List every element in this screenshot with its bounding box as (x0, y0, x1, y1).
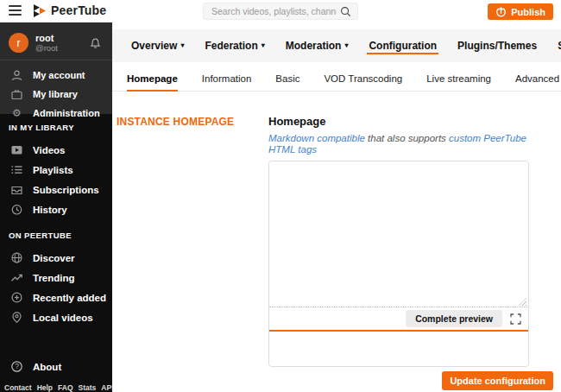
chevron-down-icon: ▾ (344, 42, 348, 49)
user-handle: @root (35, 43, 58, 53)
sidebar-item-local-videos[interactable]: Local videos (0, 307, 112, 327)
brand-title: PeerTube (51, 3, 106, 17)
divider (0, 60, 112, 60)
nav-label: Configuration (369, 40, 437, 52)
playlist-icon (10, 163, 23, 176)
maximize-editor-icon[interactable] (510, 313, 521, 325)
sidebar-item-discover[interactable]: Discover (0, 248, 112, 268)
question-circle-icon: ? (10, 360, 23, 373)
trending-icon (10, 271, 23, 284)
markdown-preview-pane (269, 330, 528, 366)
notifications-bell-icon[interactable] (89, 36, 102, 49)
nav-label: Plugins/Themes (457, 40, 537, 52)
nav-item-plugins-themes[interactable]: Plugins/Themes (456, 37, 539, 54)
peertube-admin-page: PeerTube Publish r (0, 0, 561, 392)
config-tabs: Homepage Information Basic VOD Transcodi… (112, 73, 561, 92)
publish-button[interactable]: Publish (488, 3, 553, 20)
markdown-editor: Complete preview (268, 161, 529, 367)
homepage-textarea[interactable] (269, 161, 528, 307)
sidebar-item-videos[interactable]: Videos (0, 140, 112, 160)
gear-icon: ⚙ (10, 107, 23, 120)
footer-link-api[interactable]: API (101, 383, 112, 392)
history-icon (10, 203, 23, 216)
hint-text: that also supports (365, 133, 449, 143)
sidebar-item-playlists[interactable]: Playlists (0, 160, 112, 180)
peertube-logo-icon (33, 4, 46, 17)
sidebar-item-label: Videos (33, 145, 66, 155)
top-header: PeerTube Publish (0, 0, 561, 22)
sidebar-item-label: Local videos (33, 313, 93, 323)
sidebar-item-trending[interactable]: Trending (0, 268, 112, 288)
homepage-config-form: INSTANCE HOMEPAGE Homepage Markdown comp… (112, 116, 561, 367)
chevron-down-icon: ▾ (180, 42, 184, 49)
search-icon[interactable] (337, 6, 357, 17)
nav-item-system[interactable]: System ▾ (556, 37, 561, 54)
sidebar-item-about[interactable]: ? About (0, 357, 112, 376)
avatar[interactable]: r (9, 33, 28, 53)
sidebar-item-administration[interactable]: ⚙ Administration (9, 104, 104, 123)
plus-circle-icon (10, 291, 23, 304)
footer-link-faq[interactable]: FAQ (58, 383, 72, 392)
sidebar-item-label: History (33, 205, 67, 215)
sidebar-item-my-account[interactable]: My account (9, 66, 104, 85)
nav-label: System (558, 40, 561, 52)
nav-item-federation[interactable]: Federation ▾ (203, 37, 266, 54)
nav-label: Overview (131, 40, 177, 52)
sidebar-footer-links: Contact Help FAQ Stats API (4, 383, 112, 392)
sidebar-item-label: Recently added (33, 293, 106, 303)
nav-item-configuration[interactable]: Configuration (367, 37, 438, 54)
brand-link[interactable]: PeerTube (33, 3, 106, 17)
sidebar-section-peertube: ON PEERTUBE Discover (0, 231, 112, 327)
search-input[interactable] (204, 3, 337, 19)
user-name[interactable]: root (35, 33, 58, 43)
section-label: INSTANCE HOMEPAGE (117, 116, 268, 128)
sidebar-item-label: Trending (33, 273, 75, 283)
tab-vod-transcoding[interactable]: VOD Transcoding (324, 73, 402, 91)
nav-label: Federation (205, 40, 257, 52)
markdown-compatible-link[interactable]: Markdown compatible (268, 133, 365, 143)
library-icon (10, 88, 23, 101)
nav-label: Moderation (286, 40, 342, 52)
nav-item-overview[interactable]: Overview ▾ (129, 37, 186, 54)
main-content: Overview ▾ Federation ▾ Moderation ▾ Con… (112, 22, 561, 392)
footer-link-stats[interactable]: Stats (79, 383, 97, 392)
field-label: Homepage (268, 116, 529, 128)
footer-link-help[interactable]: Help (37, 383, 53, 392)
globe-icon (10, 251, 23, 264)
admin-nav: Overview ▾ Federation ▾ Moderation ▾ Con… (112, 29, 561, 62)
sidebar-item-subscriptions[interactable]: Subscriptions (0, 180, 112, 199)
user-icon (10, 69, 23, 82)
sidebar-item-recently-added[interactable]: Recently added (0, 288, 112, 307)
sidebar-item-label: Administration (33, 108, 100, 118)
update-configuration-button[interactable]: Update configuration (442, 371, 553, 390)
footer-link-contact[interactable]: Contact (4, 383, 32, 392)
map-pin-icon (10, 311, 23, 324)
sidebar-item-label: Subscriptions (33, 185, 99, 195)
svg-text:?: ? (15, 362, 19, 370)
sidebar: r root @root (0, 22, 112, 392)
tab-homepage[interactable]: Homepage (127, 73, 178, 92)
sidebar-item-label: Discover (33, 253, 75, 263)
tab-advanced[interactable]: Advanced (515, 73, 559, 91)
sidebar-section-library: IN MY LIBRARY Videos (0, 123, 112, 219)
complete-preview-button[interactable]: Complete preview (406, 310, 502, 327)
sidebar-item-label: My account (33, 70, 85, 80)
nav-item-moderation[interactable]: Moderation ▾ (284, 37, 350, 54)
tab-basic[interactable]: Basic (275, 73, 299, 91)
sidebar-item-my-library[interactable]: My library (9, 85, 104, 104)
chevron-down-icon: ▾ (262, 42, 265, 49)
sidebar-item-label: About (33, 362, 61, 372)
video-icon (10, 143, 23, 156)
tab-information[interactable]: Information (202, 73, 252, 91)
menu-toggle-icon[interactable] (9, 5, 22, 18)
section-title: IN MY LIBRARY (9, 123, 112, 132)
markdown-hint: Markdown compatible that also supports c… (268, 133, 529, 155)
sidebar-item-label: My library (33, 89, 78, 99)
user-block: r root @root (0, 22, 112, 114)
section-title: ON PEERTUBE (9, 231, 112, 240)
preview-toolbar: Complete preview (269, 307, 528, 330)
publish-label: Publish (511, 7, 545, 17)
tab-live-streaming[interactable]: Live streaming (426, 73, 491, 91)
upload-icon (495, 6, 507, 17)
sidebar-item-history[interactable]: History (0, 199, 112, 219)
